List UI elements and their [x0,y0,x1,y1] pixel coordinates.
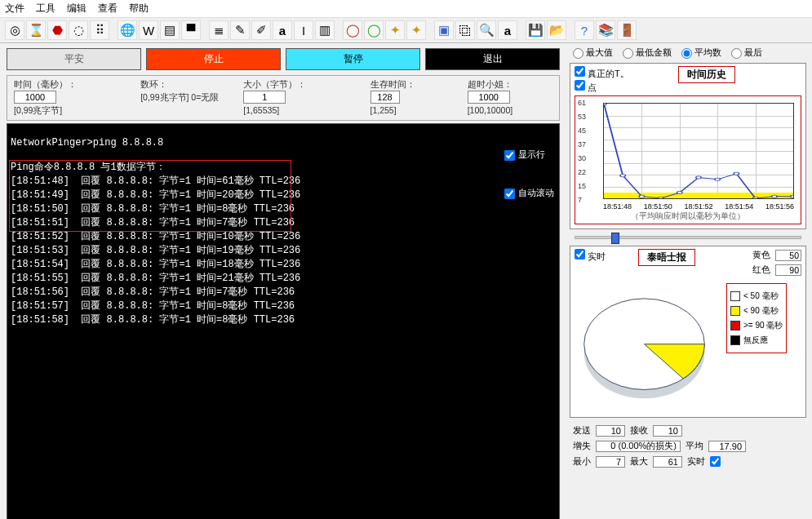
ping-button[interactable]: 平安 [7,48,141,70]
server-icon[interactable]: ▤ [160,20,180,40]
ttl-input[interactable] [371,91,400,104]
timeout-hint: [100,10000] [468,105,552,115]
chart1-xticks: 18:51:4818:51:50 18:51:5218:51:54 18:51:… [603,202,794,211]
realt-check[interactable]: 真正的T。 [575,69,629,78]
svg-point-1 [604,104,606,105]
show-lines-check[interactable]: 显示行 [504,149,554,161]
hourglass-icon[interactable]: ⌛ [26,20,46,40]
radio-minmoney[interactable]: 最低金额 [623,47,672,59]
radio-max[interactable]: 最大值 [573,47,613,59]
book-icon[interactable]: 📚 [596,20,615,40]
w-icon[interactable]: W [139,20,158,40]
count-label: 数环： [140,79,219,91]
menu-tools[interactable]: 工具 [36,2,55,16]
chart1-yticks: 61 53 45 37 30 22 15 7 [578,100,586,204]
history-title: 时间历史 [678,66,735,83]
live-check[interactable]: 实时 [575,249,606,263]
stack-icon[interactable]: ▥ [315,20,335,40]
refresh-icon[interactable]: ◌ [69,20,88,40]
key2-icon[interactable]: ✦ [406,20,426,40]
param-bar: 时间（毫秒）： [0,99兆字节] 数环： [0,99兆字节] 0=无限 大小（… [7,75,560,121]
menu-edit[interactable]: 编辑 [67,2,87,16]
stop-button[interactable]: 停止 [146,48,281,70]
toolbar: ◎ ⌛ ⬣ ◌ ⠿ 🌐 W ▤ ▀ ≣ ✎ ✐ a I ▥ ◯ ◯ ✦ ✦ ▣ … [0,18,812,43]
console: NetworkPinger>ping 8.8.8.8 Ping命令8.8.8.8… [7,123,560,519]
chart1-caption: （平均响应时间以毫秒为单位） [575,211,801,222]
autoscroll-check[interactable]: 自动滚动 [504,187,554,199]
time-input[interactable] [14,91,56,104]
console-line: [18:51:49] 回覆 8.8.8.8: 字节=1 时间=20毫秒 TTL=… [11,189,300,201]
min-input[interactable] [596,456,625,468]
pie-legend: < 50 毫秒 < 90 毫秒 >= 90 毫秒 無反應 [726,283,787,353]
list-icon[interactable]: ≣ [209,20,229,40]
pie-title: 泰晤士报 [638,249,695,266]
avg-label: 平均 [686,440,703,452]
svg-point-3 [639,195,644,197]
radio-avg[interactable]: 平均数 [681,47,721,59]
brush-icon[interactable]: ✐ [251,20,271,40]
radio-row: 最大值 最低金额 平均数 最后 [568,45,808,61]
yellow-input[interactable] [775,250,801,261]
exit-button[interactable]: 退出 [425,48,560,70]
svg-point-9 [752,197,757,198]
menu-file[interactable]: 文件 [5,2,24,16]
disk1-icon[interactable]: ▣ [434,20,454,40]
realtime-check[interactable] [710,456,721,467]
search-icon[interactable]: 🔍 [477,20,496,40]
a-font-icon[interactable]: a [273,20,292,40]
pie-panel: 实时 泰晤士报 黄色 红色 < 50 毫秒 < 90 毫秒 >= 90 毫秒 無 [570,246,806,418]
time-slider[interactable] [568,231,808,244]
yellow-label: 黄色 [752,249,770,261]
count-hint: [0,99兆字节] 0=无限 [140,92,219,104]
history-line [604,104,793,198]
point-check[interactable]: 点 [575,82,597,92]
key1-icon[interactable]: ✦ [385,20,405,40]
max-input[interactable] [653,456,682,468]
pin-icon[interactable]: ✎ [230,20,250,40]
time-hint: [0,99兆字节] [14,105,116,117]
folder-icon[interactable]: 📂 [547,20,566,40]
ttl-hint: [1,255] [371,105,443,115]
avg-input[interactable] [708,441,746,452]
red-label: 红色 [752,264,770,276]
target-icon[interactable]: ◎ [5,20,24,40]
exit-icon[interactable]: 🚪 [617,20,637,40]
history-panel: 真正的T。 点 时间历史 61 53 45 37 30 22 15 7 [570,63,806,229]
chart-icon[interactable]: ▀ [181,20,201,40]
time-label: 时间（毫秒）： [14,79,77,89]
console-line: [18:51:51] 回覆 8.8.8.8: 字节=1 时间=7毫秒 TTL=2… [11,217,295,228]
globe-icon[interactable]: 🌐 [118,20,137,40]
console-line: [18:51:50] 回覆 8.8.8.8: 字节=1 时间=8毫秒 TTL=2… [11,203,295,215]
lost-input[interactable] [596,441,681,452]
timeout-input[interactable] [468,91,510,104]
save-icon[interactable]: 💾 [526,20,545,40]
pie-chart [575,278,721,413]
radio-last[interactable]: 最后 [731,47,762,59]
timeout-label: 超时小姐： [468,79,512,89]
min-label: 最小 [573,455,591,468]
console-header: Ping命令8.8.8.8 与1数据字节： [11,162,166,173]
svg-point-10 [772,195,777,197]
color1-icon[interactable]: ◯ [343,20,362,40]
console-line: [18:51:57] 回覆 8.8.8.8: 字节=1 时间=8毫秒 TTL=2… [11,300,295,312]
copy-icon[interactable]: ⿻ [455,20,475,40]
red-input[interactable] [775,264,801,276]
color2-icon[interactable]: ◯ [364,20,384,40]
i-icon[interactable]: I [294,20,313,40]
stop-icon[interactable]: ⬣ [47,20,67,40]
sent-label: 发送 [573,424,591,437]
sent-input[interactable] [596,425,625,437]
help-icon[interactable]: ? [575,20,594,40]
dots-icon[interactable]: ⠿ [90,20,109,40]
menu-help[interactable]: 帮助 [129,2,149,16]
console-line: [18:51:56] 回覆 8.8.8.8: 字节=1 时间=7毫秒 TTL=2… [11,286,295,298]
size-input[interactable] [243,91,286,104]
a2-icon[interactable]: a [498,20,517,40]
pause-button[interactable]: 暂停 [286,48,420,70]
svg-point-7 [715,178,720,180]
action-buttons: 平安 停止 暂停 退出 [0,43,566,75]
menu-view[interactable]: 查看 [98,2,118,16]
stats-box: 发送 接收 增失 平均 最小 最大 实时 [568,419,808,472]
recv-input[interactable] [653,425,682,437]
size-hint: [1,65535] [243,105,345,115]
